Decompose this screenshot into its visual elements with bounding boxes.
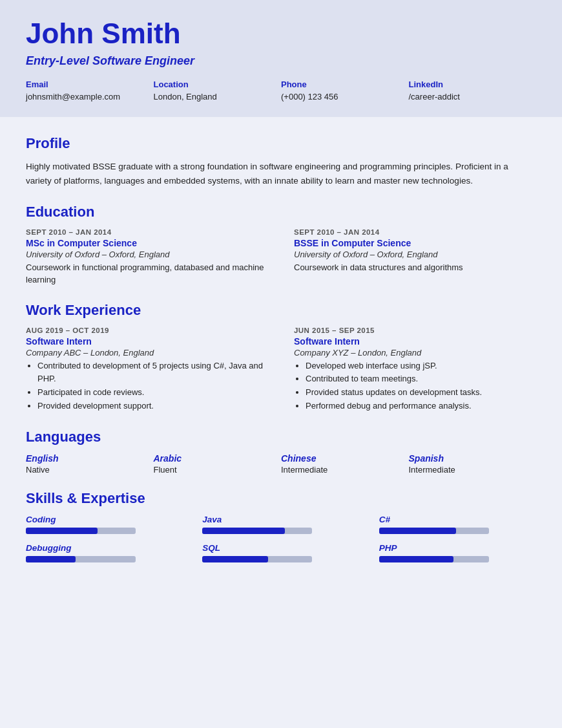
- work-date-2: JUN 2015 – SEP 2015: [294, 327, 536, 334]
- lang-level-1: Fluent: [154, 465, 282, 475]
- education-section: Education SEPT 2010 – JAN 2014 MSc in Co…: [26, 204, 536, 286]
- skill-bar-fill-debugging: [26, 556, 76, 562]
- candidate-name: John Smith: [26, 18, 536, 49]
- edu-date-1: SEPT 2010 – JAN 2014: [26, 228, 268, 236]
- skill-item-sql: SQL: [202, 543, 359, 562]
- skill-bar-fill-sql: [202, 556, 268, 562]
- work-col-2: JUN 2015 – SEP 2015 Software Intern Comp…: [294, 327, 536, 413]
- location-label: Location: [154, 80, 282, 89]
- work-title: Work Experience: [26, 302, 536, 319]
- edu-date-2: SEPT 2010 – JAN 2014: [294, 228, 536, 236]
- education-col-2: SEPT 2010 – JAN 2014 BSSE in Computer Sc…: [294, 228, 536, 286]
- lang-level-2: Intermediate: [281, 465, 409, 475]
- skill-bar-bg-php: [379, 556, 489, 562]
- resume-container: John Smith Entry-Level Software Engineer…: [0, 0, 562, 728]
- skills-title: Skills & Expertise: [26, 490, 536, 507]
- phone-label: Phone: [281, 80, 409, 89]
- education-title: Education: [26, 204, 536, 220]
- languages-title: Languages: [26, 429, 536, 445]
- skill-bar-fill-coding: [26, 528, 98, 534]
- skill-bar-bg-sql: [202, 556, 312, 562]
- list-item: Provided status updates on development t…: [306, 386, 536, 400]
- email-label: Email: [26, 80, 154, 89]
- languages-row: English Native Arabic Fluent Chinese Int…: [26, 453, 536, 475]
- skills-col-3: C# PHP: [379, 515, 536, 572]
- skill-item-debugging: Debugging: [26, 543, 183, 562]
- work-bullets-2: Developed web interface using jSP. Contr…: [294, 359, 536, 413]
- work-jobtitle-1: Software Intern: [26, 336, 268, 347]
- skill-bar-bg-coding: [26, 528, 136, 534]
- skill-bar-fill-csharp: [379, 528, 456, 534]
- skills-col-1: Coding Debugging: [26, 515, 183, 572]
- skill-name-java: Java: [202, 515, 359, 524]
- lang-col-2: Chinese Intermediate: [281, 453, 409, 475]
- contact-linkedin-col: LinkedIn /career-addict: [409, 80, 537, 102]
- edu-degree-1: MSc in Computer Science: [26, 238, 268, 248]
- work-org-2: Company XYZ – London, England: [294, 348, 536, 358]
- skill-bar-bg-csharp: [379, 528, 489, 534]
- lang-name-2: Chinese: [281, 453, 409, 464]
- list-item: Developed web interface using jSP.: [306, 359, 536, 373]
- lang-col-3: Spanish Intermediate: [409, 453, 537, 475]
- edu-desc-2: Coursework in data structures and algori…: [294, 261, 536, 274]
- skill-name-sql: SQL: [202, 543, 359, 553]
- main-content: Profile Highly motivated BSSE graduate w…: [0, 117, 562, 606]
- profile-title: Profile: [26, 135, 536, 152]
- list-item: Contributed to team meetings.: [306, 372, 536, 386]
- edu-degree-2: BSSE in Computer Science: [294, 238, 536, 248]
- list-item: Contributed to development of 5 projects…: [37, 359, 268, 387]
- skill-item-java: Java: [202, 515, 359, 534]
- skill-bar-fill-java: [202, 528, 285, 534]
- work-org-1: Company ABC – London, England: [26, 348, 268, 358]
- skill-item-coding: Coding: [26, 515, 183, 534]
- skill-bar-bg-java: [202, 528, 312, 534]
- contact-phone-col: Phone (+000) 123 456: [281, 80, 409, 102]
- list-item: Provided development support.: [37, 400, 268, 413]
- lang-name-0: English: [26, 453, 154, 464]
- education-cols: SEPT 2010 – JAN 2014 MSc in Computer Sci…: [26, 228, 536, 286]
- work-jobtitle-2: Software Intern: [294, 336, 536, 347]
- skill-item-csharp: C#: [379, 515, 536, 534]
- skills-col-2: Java SQL: [202, 515, 359, 572]
- email-value: johnsmith@example.com: [26, 92, 154, 102]
- skill-bar-fill-php: [379, 556, 454, 562]
- lang-name-1: Arabic: [154, 453, 282, 464]
- work-section: Work Experience AUG 2019 – OCT 2019 Soft…: [26, 302, 536, 413]
- work-col-1: AUG 2019 – OCT 2019 Software Intern Comp…: [26, 327, 268, 413]
- lang-name-3: Spanish: [409, 453, 537, 464]
- list-item: Performed debug and performance analysis…: [306, 400, 536, 413]
- skill-name-coding: Coding: [26, 515, 183, 524]
- linkedin-value: /career-addict: [409, 92, 537, 102]
- location-value: London, England: [154, 92, 282, 102]
- skill-name-csharp: C#: [379, 515, 536, 524]
- profile-section: Profile Highly motivated BSSE graduate w…: [26, 135, 536, 187]
- lang-col-0: English Native: [26, 453, 154, 475]
- work-date-1: AUG 2019 – OCT 2019: [26, 327, 268, 334]
- skill-name-php: PHP: [379, 543, 536, 553]
- list-item: Participated in code reviews.: [37, 386, 268, 400]
- phone-value: (+000) 123 456: [281, 92, 409, 102]
- skill-bar-bg-debugging: [26, 556, 136, 562]
- lang-level-3: Intermediate: [409, 465, 537, 475]
- header-section: John Smith Entry-Level Software Engineer…: [0, 0, 562, 117]
- skills-section: Skills & Expertise Coding Debugging: [26, 490, 536, 572]
- work-cols: AUG 2019 – OCT 2019 Software Intern Comp…: [26, 327, 536, 413]
- education-col-1: SEPT 2010 – JAN 2014 MSc in Computer Sci…: [26, 228, 268, 286]
- lang-level-0: Native: [26, 465, 154, 475]
- lang-col-1: Arabic Fluent: [154, 453, 282, 475]
- profile-text: Highly motivated BSSE graduate with a st…: [26, 160, 536, 187]
- linkedin-label: LinkedIn: [409, 80, 537, 89]
- skill-name-debugging: Debugging: [26, 543, 183, 553]
- contact-row: Email johnsmith@example.com Location Lon…: [26, 80, 536, 102]
- edu-org-1: University of Oxford – Oxford, England: [26, 250, 268, 259]
- skill-item-php: PHP: [379, 543, 536, 562]
- languages-section: Languages English Native Arabic Fluent C…: [26, 429, 536, 475]
- candidate-title: Entry-Level Software Engineer: [26, 54, 536, 68]
- skills-grid: Coding Debugging Java: [26, 515, 536, 572]
- contact-email-col: Email johnsmith@example.com: [26, 80, 154, 102]
- contact-location-col: Location London, England: [154, 80, 282, 102]
- work-bullets-1: Contributed to development of 5 projects…: [26, 359, 268, 413]
- edu-org-2: University of Oxford – Oxford, England: [294, 250, 536, 259]
- edu-desc-1: Coursework in functional programming, da…: [26, 261, 268, 286]
